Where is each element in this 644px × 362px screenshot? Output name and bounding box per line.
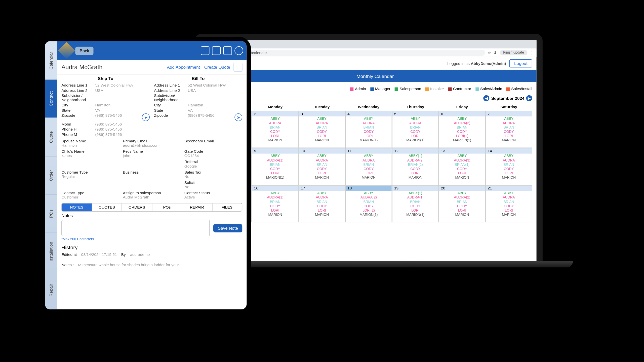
- event[interactable]: MARION(1): [346, 213, 391, 217]
- event[interactable]: MARION(1): [392, 138, 438, 142]
- finish-update-button[interactable]: Finish update: [500, 50, 528, 55]
- event[interactable]: BRIAN: [299, 199, 345, 204]
- calendar-cell[interactable]: 4ABBYAUDRABRIANCODYLORIMARION(1): [345, 111, 392, 148]
- event[interactable]: AUDRA(3): [439, 158, 485, 162]
- calendar-cell[interactable]: 6ABBYAUDRA(3)BRIANCODYLORI(1)MARION(1): [439, 111, 486, 148]
- add-user-icon[interactable]: [212, 46, 221, 55]
- event[interactable]: CODY: [439, 204, 485, 208]
- subtab-notes[interactable]: NOTES: [62, 203, 92, 211]
- event[interactable]: LORI: [439, 171, 485, 175]
- event[interactable]: LORI: [252, 134, 298, 138]
- event[interactable]: CODY: [299, 204, 345, 208]
- event[interactable]: AUDRA: [486, 195, 532, 199]
- calendar-cell[interactable]: 10ABBYAUDRABRIANCODYLORIMARION: [299, 148, 345, 185]
- event[interactable]: LORI: [439, 208, 485, 212]
- event[interactable]: BRIAN: [486, 162, 532, 167]
- logout-button[interactable]: Logout: [509, 59, 532, 68]
- subtab-files[interactable]: FILES: [212, 203, 242, 211]
- document-icon[interactable]: [234, 63, 242, 71]
- event[interactable]: CODY: [486, 129, 532, 134]
- event[interactable]: LORI: [486, 134, 532, 138]
- event[interactable]: CODY: [486, 204, 532, 208]
- prev-month-icon[interactable]: ◀: [484, 95, 490, 101]
- side-tab-installation[interactable]: Installation: [45, 233, 57, 271]
- event[interactable]: CODY: [346, 129, 391, 134]
- event[interactable]: MARION(1): [392, 213, 438, 217]
- event[interactable]: AUDRA: [346, 158, 391, 162]
- event[interactable]: ABBY: [486, 191, 532, 195]
- event[interactable]: MARION: [299, 175, 345, 180]
- save-note-button[interactable]: Save Note: [213, 224, 242, 232]
- event[interactable]: ABBY: [252, 116, 298, 121]
- calendar-cell[interactable]: 11ABBYAUDRABRIANCODYLORIMARION: [345, 148, 392, 185]
- navigate-icon[interactable]: ➤: [142, 113, 150, 121]
- event[interactable]: LORI: [252, 208, 298, 212]
- calendar-cell[interactable]: 3ABBYAUDRABRIANCODYLORIMARION: [299, 111, 345, 148]
- event[interactable]: AUDRA: [392, 121, 438, 125]
- event[interactable]: MARION: [486, 175, 532, 180]
- event[interactable]: LORI: [486, 171, 532, 175]
- event[interactable]: MARION: [392, 175, 438, 180]
- event[interactable]: ABBY(1): [392, 191, 438, 195]
- subtab-repair[interactable]: REPAIR: [182, 203, 212, 211]
- event[interactable]: MARION: [299, 138, 345, 142]
- event[interactable]: LORI: [392, 134, 438, 138]
- event[interactable]: LORI: [299, 134, 345, 138]
- calendar-cell[interactable]: 7ABBYAUDRABRIANCODYLORIMARION: [486, 111, 532, 148]
- event[interactable]: ABBY: [299, 191, 345, 195]
- event[interactable]: BRIAN: [346, 162, 391, 167]
- event[interactable]: CODY: [392, 204, 438, 208]
- event[interactable]: BRIAN: [486, 199, 532, 204]
- side-tab-order[interactable]: Order: [45, 156, 57, 194]
- event[interactable]: BRIAN: [252, 199, 298, 204]
- calendar-cell[interactable]: 12ABBY(1)AUDRA(2)BRIAN(1)CODYLORIMARION: [392, 148, 439, 185]
- event[interactable]: CODY: [299, 129, 345, 134]
- event[interactable]: ABBY: [439, 154, 485, 158]
- event[interactable]: CODY: [299, 167, 345, 171]
- event[interactable]: CODY: [392, 167, 438, 171]
- event[interactable]: ABBY: [346, 154, 391, 158]
- event[interactable]: ABBY: [252, 154, 298, 158]
- event[interactable]: LORI: [299, 171, 345, 175]
- event[interactable]: BRIAN: [299, 162, 345, 167]
- add-appointment-link[interactable]: Add Appointment: [167, 65, 200, 69]
- back-button[interactable]: Back: [75, 47, 94, 55]
- event[interactable]: AUDRA(3): [439, 121, 485, 125]
- subtab-orders[interactable]: ORDERS: [122, 203, 152, 211]
- event[interactable]: BRIAN: [252, 162, 298, 167]
- calendar-cell[interactable]: 16ABBYAUDRA(1)BRIANCODYLORIMARION: [252, 185, 299, 222]
- event[interactable]: LORI: [486, 208, 532, 212]
- event[interactable]: ABBY: [486, 116, 532, 121]
- subtab-quotes[interactable]: QUOTES: [92, 203, 122, 211]
- event[interactable]: AUDRA(1): [252, 195, 298, 199]
- calendar-cell[interactable]: 5ABBYAUDRABRIANCODYLORIMARION(1): [392, 111, 439, 148]
- event[interactable]: BRIAN: [392, 125, 438, 129]
- event[interactable]: LORI: [299, 208, 345, 212]
- event[interactable]: AUDRA(1): [252, 158, 298, 162]
- event[interactable]: LORI: [346, 171, 391, 175]
- create-quote-link[interactable]: Create Quote: [204, 65, 230, 69]
- archive-icon[interactable]: [201, 46, 209, 55]
- event[interactable]: MARION: [486, 213, 532, 217]
- event[interactable]: LORI: [346, 134, 391, 138]
- event[interactable]: BRIAN(1): [439, 162, 485, 167]
- event[interactable]: AUDRA: [346, 121, 391, 125]
- event[interactable]: BRIAN: [439, 199, 485, 204]
- calendar-cell[interactable]: 19ABBY(1)AUDRA(1)BRIANCODYLORIMARION(1): [392, 185, 439, 222]
- event[interactable]: AUDRA(2): [392, 158, 438, 162]
- event[interactable]: ABBY: [439, 116, 485, 121]
- event[interactable]: LORI: [252, 171, 298, 175]
- event[interactable]: BRIAN: [252, 125, 298, 129]
- event[interactable]: AUDRA: [252, 121, 298, 125]
- calendar-cell[interactable]: 14ABBYAUDRABRIANCODYLORIMARION: [486, 148, 532, 185]
- chart-icon[interactable]: [223, 46, 232, 55]
- calendar-cell[interactable]: 2ABBYAUDRABRIANCODYLORIMARION: [252, 111, 299, 148]
- event[interactable]: CODY: [252, 167, 298, 171]
- next-month-icon[interactable]: ▶: [526, 95, 532, 101]
- event[interactable]: CODY: [439, 167, 485, 171]
- event[interactable]: MARION(1): [252, 175, 298, 180]
- subtab-pos[interactable]: POs: [152, 203, 182, 211]
- event[interactable]: ABBY: [252, 191, 298, 195]
- event[interactable]: CODY: [252, 204, 298, 208]
- event[interactable]: AUDRA: [486, 158, 532, 162]
